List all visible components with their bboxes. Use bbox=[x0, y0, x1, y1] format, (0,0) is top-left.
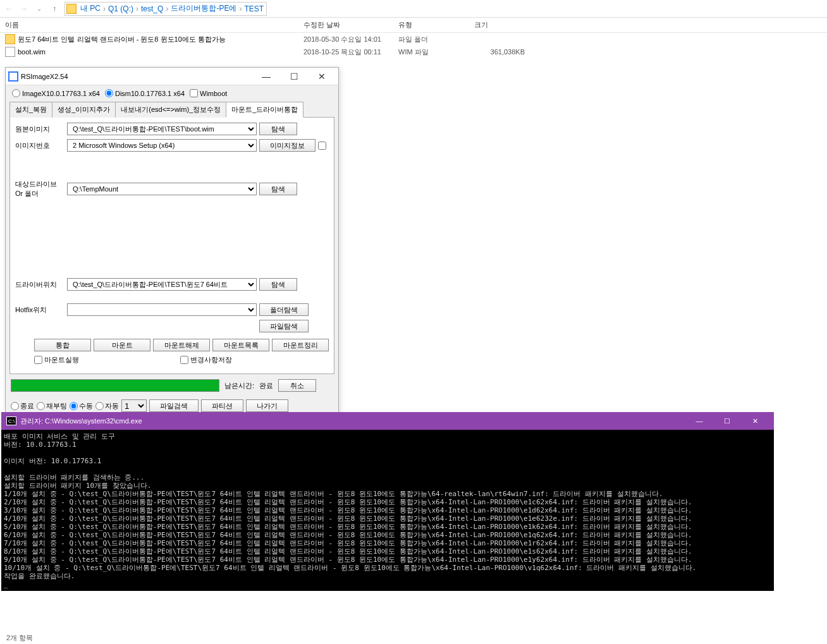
file-icon bbox=[5, 47, 15, 57]
recent-dropdown[interactable]: ⌄ bbox=[32, 1, 47, 16]
file-name: 윈도7 64비트 인텔 리얼텍 랜드라이버 - 윈도8 윈도10에도 통합가능 bbox=[18, 35, 303, 44]
address-bar[interactable]: 내 PC› Q1 (Q:)› test_Q› 드라이버통합-PE에› TEST bbox=[64, 2, 267, 16]
file-list-header: 이름 수정한 날짜 유형 크기 bbox=[0, 18, 827, 33]
breadcrumb-item[interactable]: Q1 (Q:) bbox=[107, 4, 135, 13]
column-type[interactable]: 유형 bbox=[398, 20, 474, 30]
breadcrumb: 내 PC› Q1 (Q:)› test_Q› 드라이버통합-PE에› TEST bbox=[79, 3, 265, 14]
folder-icon bbox=[66, 4, 77, 14]
breadcrumb-item[interactable]: 드라이버통합-PE에 bbox=[169, 3, 238, 14]
column-name[interactable]: 이름 bbox=[0, 20, 303, 30]
file-size: 361,038KB bbox=[474, 48, 550, 56]
file-list: 윈도7 64비트 인텔 리얼텍 랜드라이버 - 윈도8 윈도10에도 통합가능 … bbox=[0, 33, 827, 58]
up-button[interactable]: ↑ bbox=[47, 1, 62, 16]
file-date: 2018-05-30 수요일 14:01 bbox=[303, 35, 398, 44]
forward-button[interactable]: → bbox=[16, 1, 32, 16]
breadcrumb-item[interactable]: 내 PC bbox=[79, 3, 102, 14]
file-type: 파일 폴더 bbox=[398, 35, 474, 44]
folder-icon bbox=[5, 34, 15, 44]
file-name: boot.wim bbox=[18, 48, 303, 56]
back-button[interactable]: ← bbox=[1, 1, 16, 16]
file-row[interactable]: boot.wim 2018-10-25 목요일 00:11 WIM 파일 361… bbox=[0, 46, 827, 58]
column-size[interactable]: 크기 bbox=[474, 20, 550, 30]
file-row[interactable]: 윈도7 64비트 인텔 리얼텍 랜드라이버 - 윈도8 윈도10에도 통합가능 … bbox=[0, 33, 827, 46]
explorer-toolbar: ← → ⌄ ↑ 내 PC› Q1 (Q:)› test_Q› 드라이버통합-PE… bbox=[0, 0, 827, 18]
file-type: WIM 파일 bbox=[398, 47, 474, 57]
breadcrumb-item[interactable]: test_Q bbox=[140, 4, 164, 13]
breadcrumb-item[interactable]: TEST bbox=[243, 4, 265, 13]
column-date[interactable]: 수정한 날짜 bbox=[303, 20, 398, 30]
file-date: 2018-10-25 목요일 00:11 bbox=[303, 47, 398, 57]
